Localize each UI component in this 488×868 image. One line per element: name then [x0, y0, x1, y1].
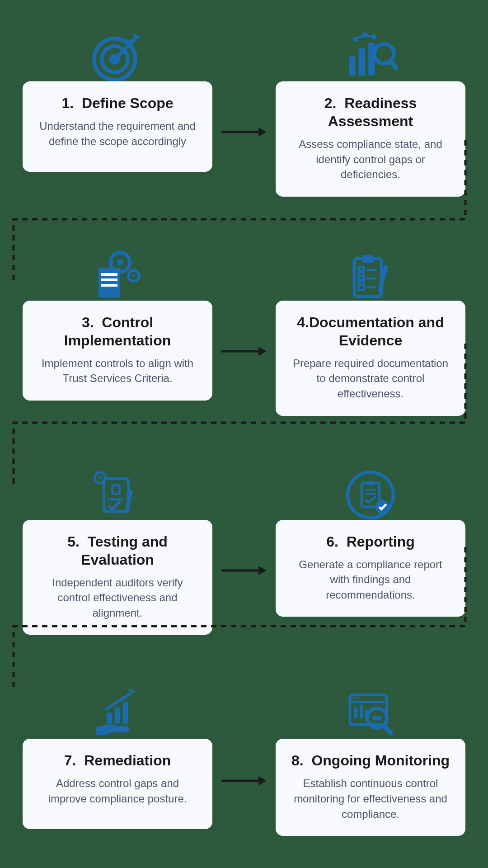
- card-1-title: 1. Define Scope: [36, 94, 199, 112]
- diagram-container: 1. Define Scope Understand the requireme…: [0, 0, 488, 868]
- card-5-desc: Independent auditors verify control effe…: [36, 575, 199, 621]
- arrow-7-8: [221, 774, 267, 788]
- card-3: 3. Control Implementation Implement cont…: [23, 301, 212, 401]
- row-4: 7. Remediation Address control gaps and …: [23, 684, 465, 836]
- card-1: 1. Define Scope Understand the requireme…: [23, 81, 212, 172]
- svg-rect-37: [362, 255, 374, 263]
- svg-rect-19: [101, 273, 117, 276]
- report-circle-icon: [341, 466, 400, 524]
- arrow-1-2: [221, 125, 267, 139]
- card-4-title: 4.Documentation and Evidence: [289, 313, 452, 349]
- svg-marker-7: [258, 127, 267, 137]
- card-4: 4.Documentation and Evidence Prepare req…: [276, 301, 465, 416]
- svg-rect-51: [125, 489, 133, 509]
- target-icon: [88, 27, 147, 86]
- svg-rect-21: [101, 284, 117, 287]
- step-4: 4.Documentation and Evidence Prepare req…: [276, 246, 465, 416]
- chart-magnify-icon: [341, 27, 400, 86]
- card-5: 5. Testing and Evaluation Independent au…: [23, 520, 212, 635]
- svg-rect-9: [359, 48, 365, 75]
- svg-line-31: [112, 268, 115, 270]
- card-8: 8. Ongoing Monitoring Establish continuo…: [276, 739, 465, 836]
- card-6-desc: Generate a compliance report with findin…: [289, 557, 452, 603]
- step-7: 7. Remediation Address control gaps and …: [23, 684, 212, 829]
- svg-line-29: [126, 268, 128, 270]
- svg-rect-63: [123, 702, 128, 724]
- audit-doc-icon: [88, 466, 147, 524]
- step-8: 8. Ongoing Monitoring Establish continuo…: [276, 684, 465, 836]
- step-2: 2. Readiness Assessment Assess complianc…: [276, 27, 465, 197]
- checklist-icon: [341, 246, 400, 305]
- card-6-title: 6. Reporting: [289, 533, 452, 551]
- svg-rect-47: [112, 485, 120, 494]
- svg-rect-62: [115, 708, 120, 724]
- card-2-desc: Assess compliance state, and identify co…: [289, 137, 452, 182]
- svg-point-50: [99, 476, 102, 479]
- svg-rect-20: [101, 278, 117, 281]
- svg-point-70: [353, 697, 356, 699]
- card-2: 2. Readiness Assessment Assess complianc…: [276, 81, 465, 197]
- svg-rect-42: [359, 284, 364, 290]
- svg-line-77: [384, 726, 391, 734]
- arrow-3-4: [221, 344, 267, 358]
- step-5: 5. Testing and Evaluation Independent au…: [23, 466, 212, 635]
- svg-rect-61: [107, 713, 112, 724]
- svg-point-23: [117, 259, 123, 265]
- svg-line-12: [390, 61, 396, 69]
- svg-marker-54: [258, 566, 267, 575]
- card-5-title: 5. Testing and Evaluation: [36, 533, 199, 569]
- svg-rect-76: [373, 716, 381, 721]
- svg-rect-72: [354, 708, 357, 718]
- monitor-magnify-icon: [341, 684, 400, 743]
- svg-marker-4: [133, 33, 141, 39]
- card-7-title: 7. Remediation: [36, 751, 199, 769]
- step-6: 6. Reporting Generate a compliance repor…: [276, 466, 465, 617]
- step-3: 3. Control Implementation Implement cont…: [23, 246, 212, 401]
- card-7: 7. Remediation Address control gaps and …: [23, 739, 212, 829]
- card-3-desc: Implement controls to align with Trust S…: [36, 356, 199, 386]
- step-1: 1. Define Scope Understand the requireme…: [23, 27, 212, 172]
- svg-marker-67: [258, 776, 267, 785]
- row-2: 3. Control Implementation Implement cont…: [23, 246, 465, 416]
- row-1: 1. Define Scope Understand the requireme…: [23, 27, 465, 197]
- card-8-desc: Establish continuous control monitoring …: [289, 776, 452, 821]
- svg-rect-57: [367, 481, 374, 485]
- svg-marker-35: [258, 347, 267, 356]
- growth-hand-icon: [88, 684, 147, 743]
- gear-doc-icon: [88, 246, 147, 305]
- svg-rect-8: [349, 57, 355, 75]
- card-6: 6. Reporting Generate a compliance repor…: [276, 520, 465, 617]
- svg-line-30: [126, 254, 128, 257]
- card-3-title: 3. Control Implementation: [36, 313, 199, 349]
- svg-point-33: [132, 274, 135, 277]
- card-8-title: 8. Ongoing Monitoring: [289, 751, 452, 769]
- card-4-desc: Prepare required documentation to demons…: [289, 356, 452, 401]
- card-2-title: 2. Readiness Assessment: [289, 94, 452, 130]
- svg-line-28: [112, 254, 115, 257]
- card-7-desc: Address control gaps and improve complia…: [36, 776, 199, 806]
- card-1-desc: Understand the requirement and define th…: [36, 118, 199, 149]
- svg-point-71: [357, 697, 360, 699]
- arrow-5-6: [221, 564, 267, 577]
- row-3: 5. Testing and Evaluation Independent au…: [23, 466, 465, 635]
- svg-rect-73: [360, 705, 363, 718]
